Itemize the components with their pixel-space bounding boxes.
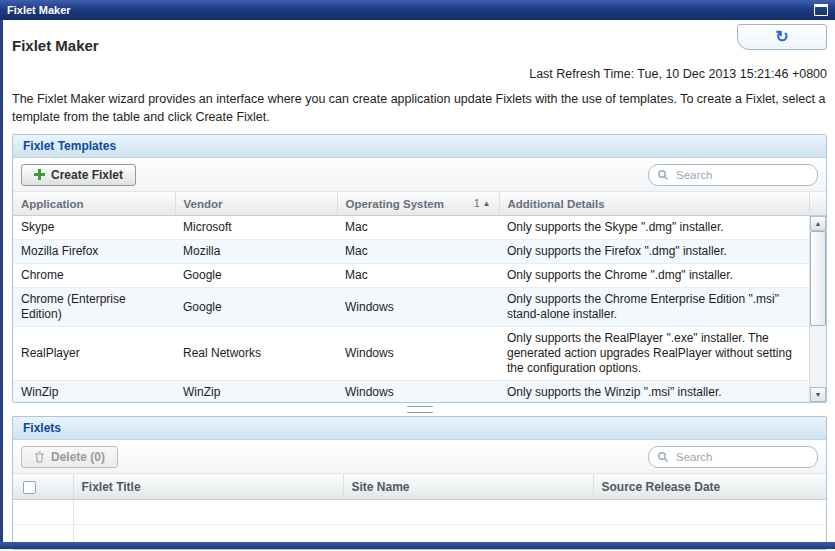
search-icon bbox=[657, 451, 669, 463]
window-title: Fixlet Maker bbox=[7, 4, 71, 16]
cell-os: Mac bbox=[337, 216, 499, 240]
grip-icon bbox=[407, 406, 433, 413]
column-header-site-name[interactable]: Site Name bbox=[343, 474, 593, 500]
templates-toolbar: Create Fixlet bbox=[13, 158, 826, 192]
cell-details: Only supports the Chrome Enterprise Edit… bbox=[499, 288, 809, 327]
page-content: Fixlet Maker ↻ Last Refresh Time: Tue, 1… bbox=[3, 20, 835, 550]
cell-vendor: Microsoft bbox=[175, 216, 337, 240]
cell-details: Only supports the RealPlayer ".exe" inst… bbox=[499, 327, 809, 381]
cell-application: RealPlayer bbox=[13, 327, 175, 381]
fixlets-table: Fixlet Title Site Name Source Release Da… bbox=[13, 474, 826, 549]
fixlets-panel: Fixlets Delete (0) bbox=[12, 416, 827, 550]
cell-os: Mac bbox=[337, 240, 499, 264]
cell-application: Chrome (Enterprise Edition) bbox=[13, 288, 175, 327]
select-all-header bbox=[13, 474, 73, 500]
templates-panel-title: Fixlet Templates bbox=[13, 135, 826, 158]
scrollbar-up-button[interactable]: ▲ bbox=[810, 216, 826, 231]
fixlets-search-input[interactable] bbox=[674, 450, 809, 464]
create-fixlet-label: Create Fixlet bbox=[51, 168, 123, 182]
scrollbar-down-button[interactable]: ▼ bbox=[810, 387, 826, 402]
window-edge-left bbox=[0, 20, 3, 548]
column-header-additional-details[interactable]: Additional Details bbox=[499, 192, 809, 216]
table-row[interactable]: Mozilla Firefox Mozilla Mac Only support… bbox=[13, 240, 809, 264]
cell-details: Only supports the Skype ".dmg" installer… bbox=[499, 216, 809, 240]
cell-details: Only supports the Chrome ".dmg" installe… bbox=[499, 264, 809, 288]
fixlets-toolbar: Delete (0) bbox=[13, 440, 826, 474]
empty-row bbox=[13, 500, 826, 525]
column-header-application[interactable]: Application bbox=[13, 192, 175, 216]
trash-icon bbox=[34, 451, 45, 463]
plus-icon bbox=[34, 169, 45, 180]
cell-vendor: Mozilla bbox=[175, 240, 337, 264]
scrollbar-header-spacer bbox=[810, 192, 826, 216]
cell-application: Skype bbox=[13, 216, 175, 240]
cell-os: Windows bbox=[337, 288, 499, 327]
page-title: Fixlet Maker bbox=[12, 37, 99, 54]
table-row[interactable]: Skype Microsoft Mac Only supports the Sk… bbox=[13, 216, 809, 240]
delete-button-label: Delete (0) bbox=[51, 450, 105, 464]
templates-search-box bbox=[648, 164, 818, 186]
window-bottom-bar bbox=[0, 542, 835, 549]
templates-grid: Application Vendor Operating System 1 ▲ bbox=[13, 192, 826, 402]
cell-os: Windows bbox=[337, 327, 499, 381]
sort-order-badge: 1 bbox=[474, 198, 480, 209]
refresh-icon: ↻ bbox=[775, 29, 788, 45]
templates-search-input[interactable] bbox=[674, 168, 809, 182]
fixlet-maker-window: Fixlet Maker Fixlet Maker ↻ Last Refresh… bbox=[0, 0, 835, 551]
table-row[interactable]: Chrome Google Mac Only supports the Chro… bbox=[13, 264, 809, 288]
cell-details: Only supports the Winzip ".msi" installe… bbox=[499, 381, 809, 403]
table-row[interactable]: RealPlayer Real Networks Windows Only su… bbox=[13, 327, 809, 381]
select-all-checkbox[interactable] bbox=[23, 481, 36, 494]
panel-splitter[interactable] bbox=[12, 403, 827, 416]
page-description: The Fixlet Maker wizard provides an inte… bbox=[12, 90, 827, 126]
column-header-fixlet-title[interactable]: Fixlet Title bbox=[73, 474, 343, 500]
page-header: Fixlet Maker ↻ bbox=[12, 24, 827, 54]
fixlets-header-row: Fixlet Title Site Name Source Release Da… bbox=[13, 474, 826, 500]
cell-details: Only supports the Firefox ".dmg" install… bbox=[499, 240, 809, 264]
cell-vendor: Google bbox=[175, 288, 337, 327]
cell-vendor: WinZip bbox=[175, 381, 337, 403]
refresh-button[interactable]: ↻ bbox=[737, 24, 827, 50]
last-refresh-time: Last Refresh Time: Tue, 10 Dec 2013 15:2… bbox=[12, 67, 827, 81]
scrollbar-thumb[interactable] bbox=[810, 231, 826, 326]
cell-application: Chrome bbox=[13, 264, 175, 288]
cell-vendor: Google bbox=[175, 264, 337, 288]
cell-application: Mozilla Firefox bbox=[13, 240, 175, 264]
cell-vendor: Real Networks bbox=[175, 327, 337, 381]
templates-header-row: Application Vendor Operating System 1 ▲ bbox=[13, 192, 809, 216]
delete-button[interactable]: Delete (0) bbox=[21, 446, 118, 468]
vertical-scrollbar: ▲ ▼ bbox=[809, 192, 826, 402]
sort-asc-icon: ▲ bbox=[483, 199, 491, 208]
search-icon bbox=[657, 169, 669, 181]
window-titlebar: Fixlet Maker bbox=[0, 0, 835, 20]
column-header-operating-system[interactable]: Operating System 1 ▲ bbox=[337, 192, 499, 216]
templates-table: Application Vendor Operating System 1 ▲ bbox=[13, 192, 809, 402]
fixlets-panel-title: Fixlets bbox=[13, 417, 826, 440]
table-row[interactable]: Chrome (Enterprise Edition) Google Windo… bbox=[13, 288, 809, 327]
table-row[interactable]: WinZip WinZip Windows Only supports the … bbox=[13, 381, 809, 403]
fixlets-search-box bbox=[648, 446, 818, 468]
cell-os: Windows bbox=[337, 381, 499, 403]
column-header-source-release-date[interactable]: Source Release Date bbox=[593, 474, 826, 500]
popout-icon[interactable] bbox=[814, 4, 828, 16]
cell-os: Mac bbox=[337, 264, 499, 288]
column-header-vendor[interactable]: Vendor bbox=[175, 192, 337, 216]
scrollbar-track[interactable]: ▲ ▼ bbox=[810, 216, 826, 402]
cell-application: WinZip bbox=[13, 381, 175, 403]
create-fixlet-button[interactable]: Create Fixlet bbox=[21, 164, 136, 186]
templates-panel: Fixlet Templates Create Fixlet bbox=[12, 134, 827, 403]
